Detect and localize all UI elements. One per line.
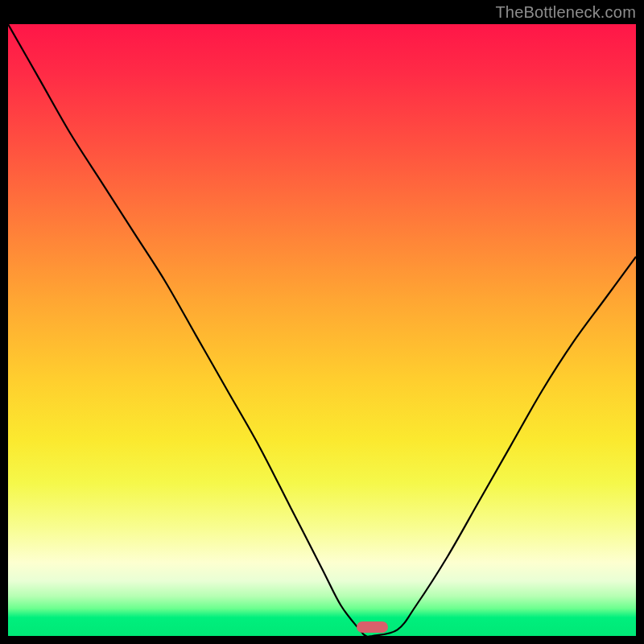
plot-area [8, 24, 636, 636]
optimal-marker [357, 621, 388, 633]
watermark-text: TheBottleneck.com [495, 3, 636, 22]
bottleneck-curve [8, 24, 636, 636]
chart-frame: TheBottleneck.com [0, 0, 644, 644]
